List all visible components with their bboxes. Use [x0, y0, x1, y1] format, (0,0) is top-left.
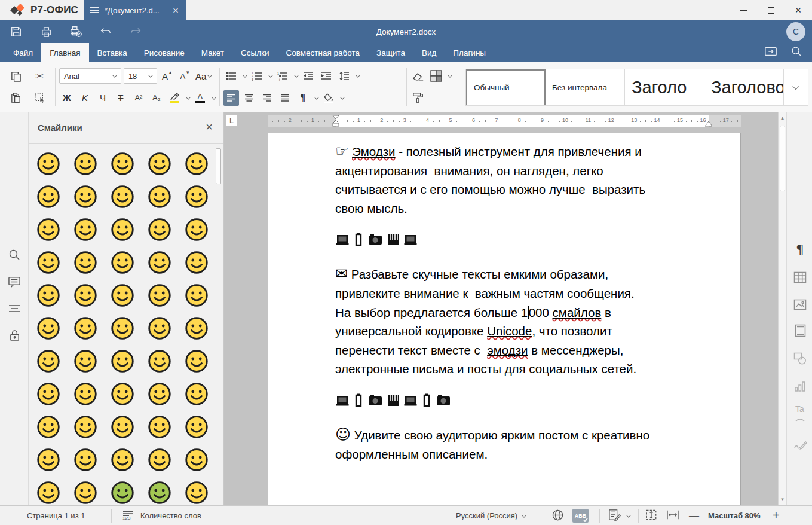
menu-tab-вид[interactable]: Вид — [413, 43, 445, 62]
chart-settings-icon[interactable] — [793, 379, 807, 393]
change-case-button[interactable]: Aa — [195, 68, 212, 84]
table-settings-icon[interactable] — [793, 270, 807, 285]
scrollbar-thumb[interactable] — [780, 126, 785, 191]
copy-style-button[interactable] — [410, 90, 426, 106]
emoji-face-rolling-eyes[interactable] — [141, 377, 178, 410]
signature-settings-icon[interactable] — [793, 437, 807, 451]
open-file-location-icon[interactable] — [764, 45, 777, 60]
bold-button[interactable]: Ж — [59, 90, 75, 106]
tab-close-icon[interactable]: × — [171, 5, 180, 16]
quick-print-button[interactable] — [68, 24, 84, 39]
italic-button[interactable]: K — [77, 90, 93, 106]
emoji-kissing-face-smiling-eyes[interactable] — [178, 246, 215, 279]
emoji-face-medical-mask[interactable] — [178, 443, 215, 476]
emoji-face-in-clouds[interactable] — [30, 377, 67, 410]
justify-button[interactable] — [277, 90, 293, 106]
align-left-button[interactable] — [223, 90, 239, 106]
menu-tab-защита[interactable]: Защита — [368, 43, 413, 62]
search-icon[interactable] — [790, 45, 802, 60]
underline-button[interactable]: Ч — [95, 90, 111, 106]
emoji-sneezing-face[interactable] — [178, 476, 215, 505]
emoji-face-tears-of-joy[interactable] — [104, 180, 141, 213]
image-settings-icon[interactable] — [793, 297, 807, 312]
menu-tab-главная[interactable]: Главная — [41, 43, 88, 62]
set-language-icon[interactable] — [551, 506, 564, 525]
emoji-drooling-face[interactable] — [104, 443, 141, 476]
emoji-panel-close-icon[interactable]: × — [206, 120, 213, 134]
select-all-button[interactable] — [32, 90, 47, 106]
emoji-face-thermometer[interactable] — [30, 476, 67, 505]
paste-button[interactable] — [8, 90, 23, 106]
cut-button[interactable]: ✂ — [32, 68, 47, 84]
emoji-kissing-face[interactable] — [104, 246, 141, 279]
document-tab[interactable]: *Документ2.d... × — [84, 0, 186, 20]
increase-font-button[interactable]: A▲ — [160, 68, 175, 84]
subscript-button[interactable]: A₂ — [149, 90, 164, 106]
align-center-button[interactable] — [241, 90, 257, 106]
word-count[interactable]: 123 Количество слов — [122, 506, 201, 525]
emoji-face-savoring-food[interactable] — [30, 279, 67, 312]
emoji-face-with-tongue[interactable] — [67, 279, 104, 312]
emoji-grinning-squinting-face[interactable] — [178, 147, 215, 180]
emoji-face-blowing-kiss[interactable] — [67, 246, 104, 279]
scroll-down-icon[interactable]: ▼ — [780, 497, 785, 502]
text-art-settings-icon[interactable]: Ta — [793, 407, 807, 421]
fit-page-button[interactable] — [645, 506, 657, 525]
emoji-rolling-on-floor-laughing[interactable] — [67, 180, 104, 213]
page-indicator[interactable]: Страница 1 из 1 — [27, 506, 85, 525]
emoji-sleeping-face[interactable] — [141, 443, 178, 476]
emoji-head-shaking-horizontally[interactable] — [104, 410, 141, 443]
style-обычный[interactable]: Обычный — [466, 69, 546, 105]
lock-icon[interactable] — [7, 328, 22, 343]
strikeout-button[interactable]: Т — [113, 90, 128, 106]
emoji-smiling-face-hearts[interactable] — [141, 213, 178, 246]
increase-indent-button[interactable] — [318, 68, 334, 84]
nonprinting-chars-button[interactable]: ¶ — [295, 90, 311, 106]
emoji-unamused-face[interactable] — [104, 377, 141, 410]
emoji-face-vomiting[interactable] — [141, 476, 178, 505]
emoji-squinting-face-tongue[interactable] — [178, 279, 215, 312]
copy-button[interactable] — [8, 68, 23, 84]
emoji-smiling-face-smiling-eyes[interactable] — [67, 213, 104, 246]
emoji-relieved-face[interactable] — [178, 410, 215, 443]
paragraph-settings-icon[interactable]: ¶ — [793, 243, 807, 257]
emoji-face-hand-over-mouth[interactable] — [104, 312, 141, 344]
line-spacing-button[interactable] — [336, 68, 352, 84]
language-selector[interactable]: Русский (Россия) — [456, 506, 526, 525]
shape-settings-icon[interactable] — [793, 351, 807, 365]
highlight-color-button[interactable] — [167, 90, 182, 106]
emoji-zany-face[interactable] — [141, 279, 178, 312]
emoji-face-without-mouth[interactable] — [178, 344, 215, 377]
comments-icon[interactable] — [7, 274, 22, 289]
emoji-money-mouth-face[interactable] — [30, 312, 67, 344]
emoji-star-struck-face[interactable] — [30, 246, 67, 279]
print-button[interactable] — [38, 24, 54, 39]
header-footer-settings-icon[interactable] — [793, 323, 807, 338]
menu-tab-файл[interactable]: Файл — [5, 43, 41, 62]
emoji-grinning-face-big-eyes[interactable] — [67, 147, 104, 180]
shading-color-button[interactable] — [428, 68, 444, 84]
decrease-font-button[interactable]: A▼ — [177, 68, 193, 84]
emoji-zipper-mouth-face[interactable] — [30, 344, 67, 377]
styles-gallery-expand[interactable] — [784, 69, 808, 106]
track-changes-button[interactable] — [608, 506, 630, 525]
align-right-button[interactable] — [259, 90, 275, 106]
emoji-beaming-face[interactable] — [141, 147, 178, 180]
emoji-smiling-face-halo[interactable] — [104, 213, 141, 246]
emoji-upside-down-face[interactable] — [178, 180, 215, 213]
emoji-grinning-face[interactable] — [30, 147, 67, 180]
font-size-select[interactable]: 18 — [124, 68, 157, 84]
style-заголово[interactable]: Заголово — [704, 69, 784, 105]
emoji-nauseated-face[interactable] — [104, 476, 141, 505]
emoji-sleepy-face[interactable] — [67, 443, 104, 476]
menu-tab-ссылки[interactable]: Ссылки — [232, 43, 278, 62]
tab-stop-selector[interactable]: L — [226, 115, 237, 126]
emoji-face-raised-eyebrow[interactable] — [67, 344, 104, 377]
emoji-expressionless-face[interactable] — [141, 344, 178, 377]
right-indent-marker[interactable] — [704, 121, 713, 127]
zoom-out-button[interactable]: — — [689, 506, 699, 525]
emoji-slightly-smiling-face[interactable] — [141, 180, 178, 213]
undo-button[interactable] — [98, 24, 114, 39]
emoji-face-exhaling[interactable] — [30, 410, 67, 443]
emoji-winking-face[interactable] — [30, 213, 67, 246]
